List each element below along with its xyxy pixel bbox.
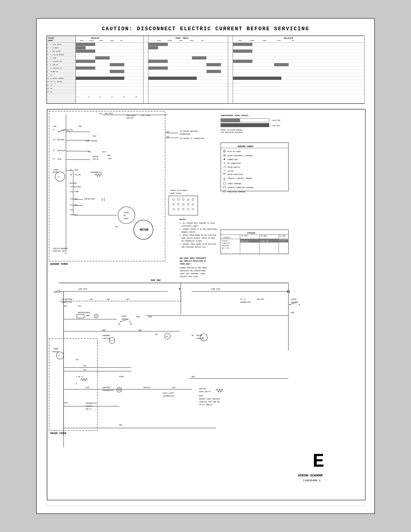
- svg-point-196: [177, 199, 179, 200]
- svg-text:TAN/: TAN/: [78, 125, 82, 127]
- svg-text:ORG/: ORG/: [107, 154, 111, 156]
- svg-point-198: [187, 199, 189, 200]
- svg-point-197: [182, 199, 184, 200]
- svg-text:SPLICE: SPLICE: [227, 170, 234, 172]
- svg-text:BLK: BLK: [172, 387, 176, 389]
- svg-text:CIRCLED NUMBERS: CIRCLED NUMBERS: [53, 248, 68, 249]
- svg-text:BRANCH CIRCUIT.: BRANCH CIRCUIT.: [182, 231, 197, 233]
- svg-text:WHT/RED: WHT/RED: [105, 113, 113, 115]
- svg-text:GRAY: GRAY: [136, 316, 140, 318]
- svg-text:BLUE: BLUE: [75, 169, 79, 171]
- svg-text:NO CONNECTION: NO CONNECTION: [227, 162, 241, 164]
- svg-text:QUICK DISCONNECT TERMINAL: QUICK DISCONNECT TERMINAL: [227, 155, 253, 157]
- svg-point-207: [182, 208, 184, 210]
- svg-text:4500 WATTS: 4500 WATTS: [199, 390, 211, 393]
- svg-text:TIMING: TIMING: [48, 37, 54, 39]
- svg-rect-44: [76, 50, 95, 53]
- svg-text:CHART: CHART: [48, 40, 53, 42]
- svg-text:TIMED DRY: TIMED DRY: [260, 240, 269, 242]
- svg-rect-75: [149, 66, 168, 70]
- svg-text:M1: M1: [192, 334, 194, 337]
- svg-rect-114: [49, 111, 165, 261]
- svg-text:AGITATE OR: AGITATE OR: [53, 67, 61, 69]
- svg-text:30: 30: [135, 96, 137, 98]
- svg-text:SCREW TERMINAL: SCREW TERMINAL: [227, 183, 242, 185]
- wiring-diagram: WASHER TIMER LID LOCK PRESSURE SWITCH WH…: [47, 109, 364, 506]
- svg-text:120 VAC: 120 VAC: [78, 288, 87, 290]
- svg-rect-91: [233, 77, 281, 80]
- svg-text:3. DRYER TIMER SHOWN IN OFF PO: 3. DRYER TIMER SHOWN IN OFF POSITION: [180, 234, 216, 236]
- svg-text:PUMP: PUMP: [99, 40, 103, 42]
- svg-text:INDICATE CAM: INDICATE CAM: [53, 250, 65, 252]
- svg-text:CONTROL: CONTROL: [102, 386, 111, 389]
- wiring-diagram-svg: WASHER TIMER LID LOCK PRESSURE SWITCH WH…: [47, 109, 366, 501]
- svg-text:4. WASHER TIMER SHOWN IN ON PO: 4. WASHER TIMER SHOWN IN ON POSITION: [180, 243, 216, 245]
- svg-text:TO DRYER L1 CONNECTOR: TO DRYER L1 CONNECTOR: [180, 137, 204, 140]
- svg-text:THERMOSTAT: THERMOSTAT: [102, 389, 114, 391]
- svg-text:TIMES THAT INTERNAL TIMER: TIMES THAT INTERNAL TIMER: [180, 273, 205, 275]
- svg-text:20: 20: [111, 96, 113, 98]
- svg-text:AIR FLUFF: AIR FLUFF: [279, 240, 289, 242]
- svg-text:BLK: BLK: [166, 136, 169, 138]
- svg-text:N: N: [179, 288, 180, 290]
- svg-text:INDICATES THE PROPORTIONAL: INDICATES THE PROPORTIONAL: [180, 270, 206, 272]
- svg-text:2. CONNECT DRYER TO 30 AMP IND: 2. CONNECT DRYER TO 30 AMP INDIVIDUAL: [180, 228, 217, 230]
- svg-text:6: 6: [47, 64, 48, 66]
- svg-text:M2: M2: [123, 215, 126, 217]
- svg-text:2: 2: [47, 50, 48, 52]
- svg-text:AUTO DRY: AUTO DRY: [241, 240, 249, 242]
- svg-text:12: 12: [50, 78, 52, 79]
- svg-text:CONNECTOR: CONNECTOR: [61, 301, 72, 303]
- svg-text:BUZZER: BUZZER: [78, 312, 85, 314]
- svg-point-332: [130, 321, 131, 322]
- svg-rect-55: [192, 56, 206, 59]
- timing-chart: REGULAR PERM. PRESS DELICATE WASH RINSE …: [47, 36, 364, 104]
- svg-text:SUBINTERVAL SPRAY DETAIL: SUBINTERVAL SPRAY DETAIL: [221, 114, 249, 116]
- svg-text:T11: T11: [70, 209, 73, 211]
- svg-text:13: 13: [50, 81, 52, 83]
- svg-text:WHT: WHT: [107, 298, 110, 300]
- svg-text:YELLOW: YELLOW: [75, 174, 81, 176]
- svg-text:RED: RED: [291, 312, 294, 314]
- svg-text:E: E: [313, 450, 324, 473]
- svg-text:M: M: [202, 337, 204, 339]
- svg-text:THERMOSTAT: THERMOSTAT: [163, 395, 174, 397]
- svg-text:VALVE: VALVE: [93, 158, 98, 160]
- svg-text:WASH: WASH: [238, 40, 242, 42]
- svg-text:RES/BLK: RES/BLK: [257, 298, 264, 300]
- svg-text:PUMP: PUMP: [179, 40, 183, 42]
- svg-rect-215: [221, 123, 269, 127]
- svg-text:LAMP: LAMP: [85, 314, 90, 316]
- svg-text:TO NEUTRAL: TO NEUTRAL: [61, 298, 73, 300]
- svg-text:DRYER TIMER: DRYER TIMER: [50, 432, 66, 435]
- svg-point-208: [187, 208, 189, 210]
- svg-text:SPRAY TO OCCUR DURING: SPRAY TO OCCUR DURING: [221, 129, 242, 131]
- svg-text:INSULATED TERMINAL: INSULATED TERMINAL: [227, 191, 246, 193]
- svg-text:SHADED PORTION OF BAR CHART: SHADED PORTION OF BAR CHART: [180, 267, 207, 269]
- svg-text:BRN: BRN: [139, 329, 142, 331]
- svg-rect-396: [47, 109, 365, 500]
- svg-text:RED: RED: [108, 158, 112, 160]
- svg-text:TIMER: TIMER: [53, 348, 58, 350]
- svg-point-125: [58, 131, 59, 132]
- svg-text:CONNECTOR: CONNECTOR: [180, 133, 190, 135]
- svg-text:5: 5: [78, 96, 79, 98]
- svg-point-206: [177, 208, 179, 210]
- svg-rect-90: [149, 77, 197, 80]
- svg-text:5: 5: [47, 61, 48, 62]
- svg-text:WHT: WHT: [166, 131, 169, 133]
- svg-rect-39: [149, 46, 158, 49]
- svg-text:HOT WATER: HOT WATER: [53, 50, 61, 52]
- svg-text:COLD WATER: COLD WATER: [53, 44, 61, 46]
- svg-text:AN THERMOSTAT CLOSED.: AN THERMOSTAT CLOSED.: [182, 240, 203, 242]
- svg-text:WIRING CODES: WIRING CODES: [238, 145, 253, 148]
- svg-rect-68: [206, 63, 221, 66]
- svg-text:DOOR: DOOR: [121, 315, 126, 317]
- svg-text:13: 13: [47, 88, 49, 89]
- svg-text:1: 1: [50, 44, 51, 46]
- svg-text:TO DRYER NEUTRAL: TO DRYER NEUTRAL: [180, 130, 198, 132]
- svg-text:31 MIN.: 31 MIN.: [279, 235, 286, 237]
- page-container: CAUTION: DISCONNECT ELECTRIC CURRENT BEF…: [36, 18, 375, 514]
- svg-text:7: 7: [47, 67, 48, 69]
- svg-text:M: M: [58, 355, 60, 357]
